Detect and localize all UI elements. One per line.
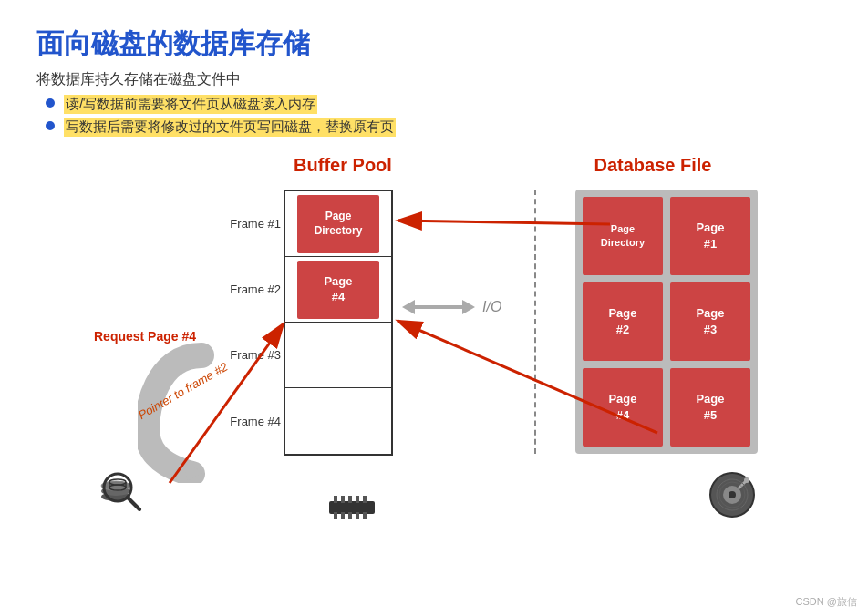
db-page-5: Page#5 [670, 368, 750, 447]
svg-rect-26 [348, 512, 352, 519]
io-area: I/O [402, 296, 501, 318]
diagram: Buffer Pool Database File Frame #1 PageD… [37, 155, 831, 538]
bullet-list: 读/写数据前需要将文件页从磁盘读入内存 写数据后需要将修改过的文件页写回磁盘，替… [36, 95, 832, 137]
svg-rect-25 [341, 512, 345, 519]
db-file-area: PageDirectory Page#1 Page#2 Page#3 Page#… [575, 190, 758, 454]
svg-rect-2 [413, 305, 464, 309]
svg-marker-1 [402, 300, 415, 314]
svg-rect-23 [363, 496, 367, 503]
svg-line-13 [128, 498, 140, 509]
request-label: Request Page #4 [94, 328, 196, 344]
page-title: 面向磁盘的数据库存储 [36, 26, 832, 63]
svg-rect-27 [356, 512, 359, 519]
main-container: 面向磁盘的数据库存储 将数据库持久存储在磁盘文件中 读/写数据前需要将文件页从磁… [0, 0, 868, 616]
svg-rect-20 [341, 496, 345, 503]
frame-content-1: PageDirectory [285, 191, 391, 256]
frame-label-2: Frame #2 [203, 282, 281, 296]
subtitle: 将数据库持久存储在磁盘文件中 [36, 70, 832, 89]
frame-label-1: Frame #1 [203, 217, 281, 231]
svg-rect-19 [334, 496, 337, 503]
svg-marker-3 [462, 300, 475, 314]
bullet-dot-1 [46, 98, 55, 108]
svg-point-31 [728, 491, 736, 498]
io-label: I/O [482, 299, 501, 315]
memory-chip-icon [320, 494, 384, 529]
frame-label-4: Frame #4 [203, 415, 281, 428]
frame-row-4: Frame #4 [285, 388, 391, 454]
db-file-label: Database File [575, 155, 730, 176]
frames-container: Frame #1 PageDirectory Frame #2 Page#4 F… [284, 190, 393, 456]
io-divider [534, 190, 536, 454]
page-4-block: Page#4 [297, 261, 379, 319]
frame-row-1: Frame #1 PageDirectory [285, 191, 391, 257]
page-directory-block: PageDirectory [297, 195, 379, 253]
buffer-pool-label: Buffer Pool [279, 155, 407, 176]
frame-row-2: Frame #2 Page#4 [285, 257, 391, 323]
db-page-1: Page#1 [670, 197, 750, 275]
svg-rect-18 [329, 501, 375, 514]
hard-disk-icon [708, 470, 758, 529]
watermark: CSDN @旅信 [796, 595, 857, 609]
svg-rect-28 [363, 512, 367, 519]
frame-content-4 [285, 388, 391, 454]
svg-point-33 [744, 477, 749, 483]
bullet-item-1: 读/写数据前需要将文件页从磁盘读入内存 [46, 95, 832, 114]
bullet-text-2: 写数据后需要将修改过的文件页写回磁盘，替换原有页 [64, 118, 396, 137]
db-page-2: Page#2 [583, 282, 663, 361]
db-page-3: Page#3 [670, 282, 750, 361]
frame-content-3 [285, 323, 391, 387]
frame-content-2: Page#4 [285, 257, 391, 322]
bullet-item-2: 写数据后需要将修改过的文件页写回磁盘，替换原有页 [46, 118, 832, 137]
svg-rect-21 [348, 496, 352, 503]
db-search-icon [92, 457, 147, 519]
bullet-dot-2 [46, 121, 55, 130]
db-page-4: Page#4 [583, 368, 663, 447]
frame-row-3: Frame #3 [285, 323, 391, 388]
svg-rect-22 [356, 496, 359, 503]
bullet-text-1: 读/写数据前需要将文件页从磁盘读入内存 [64, 95, 317, 114]
db-page-dir: PageDirectory [583, 197, 663, 275]
svg-rect-24 [334, 512, 337, 519]
frame-label-3: Frame #3 [203, 348, 281, 362]
